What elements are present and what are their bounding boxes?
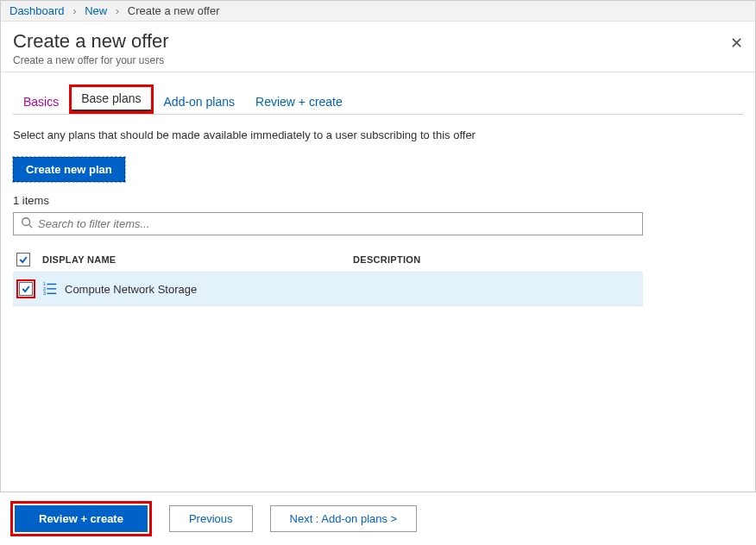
tab-review-create[interactable]: Review + create	[245, 90, 353, 114]
tab-addon-plans[interactable]: Add-on plans	[154, 90, 246, 114]
chevron-right-icon: ›	[110, 4, 124, 17]
plan-icon: 1 2 3	[42, 280, 58, 298]
close-icon[interactable]: ✕	[730, 34, 743, 53]
tab-basics[interactable]: Basics	[13, 90, 69, 114]
table-row[interactable]: 1 2 3 Compute Network Storage	[13, 272, 643, 306]
previous-button[interactable]: Previous	[169, 505, 253, 532]
highlight-box-tab: Base plans	[69, 85, 153, 114]
svg-point-0	[22, 218, 30, 226]
page-header: Create a new offer Create a new offer fo…	[1, 22, 755, 72]
chevron-right-icon: ›	[67, 4, 81, 17]
review-create-button[interactable]: Review + create	[15, 505, 148, 532]
page-title: Create a new offer	[13, 30, 743, 53]
highlight-box-review: Review + create	[10, 501, 152, 536]
create-new-plan-button[interactable]: Create new plan	[13, 157, 125, 182]
breadcrumb-current: Create a new offer	[128, 4, 220, 17]
row-checkbox[interactable]	[19, 282, 33, 296]
tab-base-plans[interactable]: Base plans	[72, 87, 150, 111]
search-icon	[21, 216, 38, 231]
footer-bar: Review + create Previous Next : Add-on p…	[0, 492, 756, 545]
row-display-name: Compute Network Storage	[65, 283, 197, 296]
tabs: Basics Base plans Add-on plans Review + …	[13, 85, 743, 115]
plans-table: DISPLAY NAME DESCRIPTION 1 2	[13, 247, 643, 306]
search-input[interactable]	[38, 217, 635, 230]
column-header-description[interactable]: DESCRIPTION	[353, 254, 639, 265]
svg-line-1	[29, 225, 33, 229]
highlight-box-checkbox	[16, 279, 35, 298]
page-subtitle: Create a new offer for your users	[13, 54, 743, 66]
select-all-checkbox[interactable]	[16, 253, 30, 266]
svg-text:3: 3	[43, 291, 46, 296]
breadcrumb: Dashboard › New › Create a new offer	[1, 1, 755, 22]
column-header-display-name[interactable]: DISPLAY NAME	[42, 254, 353, 265]
instruction-text: Select any plans that should be made ava…	[13, 128, 743, 141]
table-header-row: DISPLAY NAME DESCRIPTION	[13, 247, 643, 272]
search-box[interactable]	[13, 212, 643, 235]
items-count: 1 items	[13, 194, 743, 207]
breadcrumb-new[interactable]: New	[85, 4, 107, 17]
breadcrumb-dashboard[interactable]: Dashboard	[9, 4, 65, 17]
next-button[interactable]: Next : Add-on plans >	[270, 505, 418, 532]
